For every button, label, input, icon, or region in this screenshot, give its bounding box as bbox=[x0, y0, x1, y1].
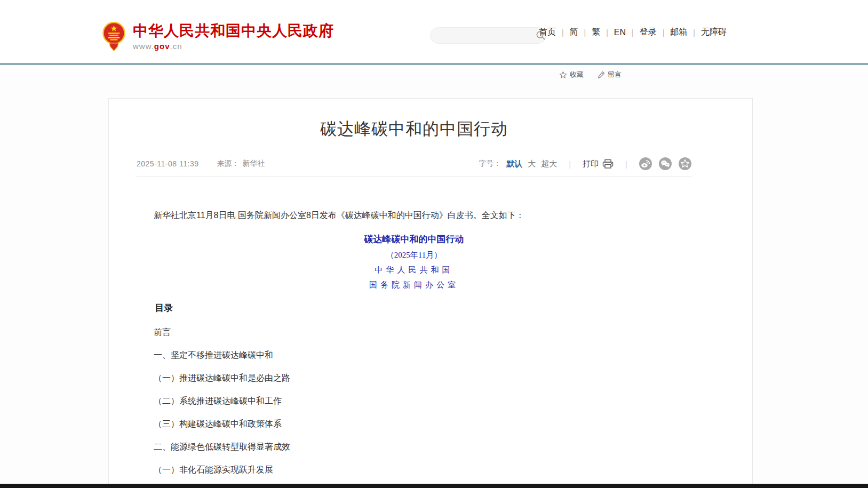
weibo-icon[interactable] bbox=[639, 157, 652, 170]
quick-links: 收藏 留言 bbox=[559, 70, 622, 79]
toc-item-preface: 前言 bbox=[137, 327, 691, 337]
favorite-link[interactable]: 收藏 bbox=[559, 70, 584, 79]
doc-org-country: 中华人民共和国 bbox=[137, 265, 691, 275]
article-meta-left: 2025-11-08 11:39 来源： 新华社 bbox=[137, 159, 265, 169]
url-gov: gov bbox=[154, 42, 170, 51]
url-cn: .cn bbox=[170, 42, 182, 51]
toc-heading: 目录 bbox=[137, 302, 691, 314]
font-size-large-button[interactable]: 大 bbox=[528, 159, 536, 169]
lead-paragraph: 新华社北京11月8日电 国务院新闻办公室8日发布《碳达峰碳中和的中国行动》白皮书… bbox=[137, 208, 691, 223]
article-content: 碳达峰碳中和的中国行动 2025-11-08 11:39 来源： 新华社 字号：… bbox=[137, 118, 691, 475]
article-meta-row: 2025-11-08 11:39 来源： 新华社 字号： 默认 大 超大 | 打… bbox=[137, 157, 691, 177]
site-url[interactable]: www.gov.cn bbox=[133, 42, 334, 51]
url-www: www. bbox=[133, 42, 154, 51]
nav-item-accessibility[interactable]: 无障碍 bbox=[695, 27, 732, 38]
publish-date: 2025-11-08 11:39 bbox=[137, 159, 198, 168]
nav-item-traditional[interactable]: 繁 bbox=[586, 27, 606, 38]
bottom-bar bbox=[0, 484, 868, 488]
top-nav: 首页 | 简 | 繁 | EN | 登录 | 邮箱 | 无障碍 bbox=[533, 0, 732, 65]
pencil-icon bbox=[598, 71, 605, 79]
page-root: 中华人民共和国中央人民政府 www.gov.cn 首页 | 简 | 繁 | EN… bbox=[0, 0, 868, 488]
site-title[interactable]: 中华人民共和国中央人民政府 bbox=[133, 23, 334, 39]
doc-date: （2025年11月） bbox=[137, 250, 691, 260]
star-outline-icon bbox=[559, 71, 567, 79]
page-title: 碳达峰碳中和的中国行动 bbox=[137, 118, 691, 140]
toc-item-2-1: （一）非化石能源实现跃升发展 bbox=[137, 465, 691, 475]
site-header: 中华人民共和国中央人民政府 www.gov.cn 首页 | 简 | 繁 | EN… bbox=[0, 0, 868, 65]
nav-item-mail[interactable]: 邮箱 bbox=[664, 27, 693, 38]
nav-item-english[interactable]: EN bbox=[608, 28, 632, 37]
source-name[interactable]: 新华社 bbox=[242, 159, 265, 169]
toc-item-1-2: （二）系统推进碳达峰碳中和工作 bbox=[137, 396, 691, 406]
search-input[interactable] bbox=[439, 31, 536, 40]
comment-link[interactable]: 留言 bbox=[598, 70, 622, 79]
comment-label: 留言 bbox=[608, 70, 622, 79]
print-label: 打印 bbox=[583, 159, 599, 169]
article-toolbar: 字号： 默认 大 超大 | 打印 | bbox=[479, 157, 691, 170]
printer-icon bbox=[602, 159, 614, 169]
doc-org-office: 国务院新闻办公室 bbox=[137, 280, 691, 290]
toc-item-2: 二、能源绿色低碳转型取得显著成效 bbox=[137, 442, 691, 452]
toolbar-divider: | bbox=[625, 159, 627, 169]
article-card: 碳达峰碳中和的中国行动 2025-11-08 11:39 来源： 新华社 字号：… bbox=[108, 98, 753, 488]
doc-title: 碳达峰碳中和的中国行动 bbox=[137, 233, 691, 245]
qzone-star-icon[interactable] bbox=[679, 157, 691, 170]
nav-item-home[interactable]: 首页 bbox=[533, 27, 562, 38]
wechat-icon[interactable] bbox=[659, 157, 672, 170]
site-brand[interactable]: 中华人民共和国中央人民政府 www.gov.cn bbox=[102, 21, 334, 52]
nav-item-simplified[interactable]: 简 bbox=[564, 27, 584, 38]
toolbar-divider: | bbox=[569, 159, 571, 169]
source-label: 来源： bbox=[217, 159, 239, 169]
share-group bbox=[639, 157, 691, 170]
font-size-label: 字号： bbox=[479, 159, 501, 169]
national-emblem-logo bbox=[102, 21, 126, 52]
search-box[interactable] bbox=[430, 27, 546, 44]
toc-item-1-1: （一）推进碳达峰碳中和是必由之路 bbox=[137, 373, 691, 383]
toc-item-1: 一、坚定不移推进碳达峰碳中和 bbox=[137, 350, 691, 360]
font-size-xlarge-button[interactable]: 超大 bbox=[541, 159, 557, 169]
nav-item-login[interactable]: 登录 bbox=[634, 27, 663, 38]
print-button[interactable]: 打印 bbox=[583, 159, 614, 169]
brand-text: 中华人民共和国中央人民政府 www.gov.cn bbox=[133, 23, 334, 51]
favorite-label: 收藏 bbox=[570, 70, 584, 79]
toc-item-1-3: （三）构建碳达峰碳中和政策体系 bbox=[137, 419, 691, 429]
font-size-default-button[interactable]: 默认 bbox=[506, 159, 522, 169]
